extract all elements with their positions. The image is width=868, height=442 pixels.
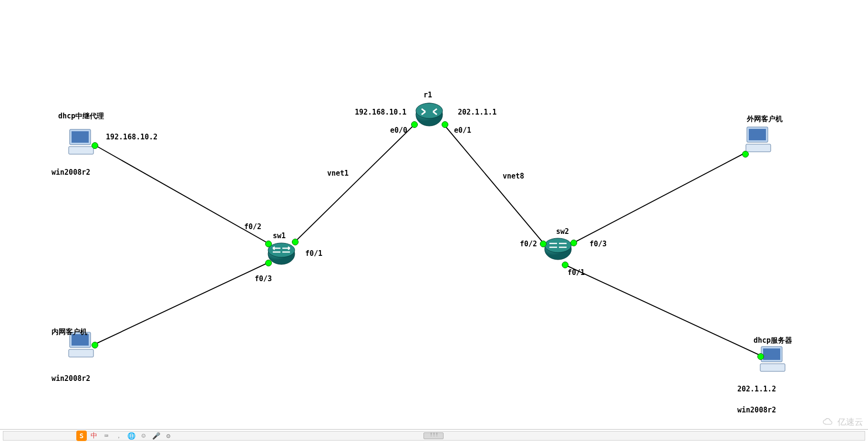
globe-icon[interactable]: 🌐: [126, 431, 136, 441]
svg-rect-23: [760, 364, 785, 371]
cloud-icon: [821, 418, 835, 426]
ime-icon[interactable]: S: [76, 431, 87, 441]
label-sw2-name: sw2: [556, 227, 569, 236]
scroll-marker: !!!: [430, 432, 438, 437]
mic-icon[interactable]: 🎤: [151, 431, 161, 441]
label-r1-ip-right: 202.1.1.1: [458, 108, 496, 116]
port-dot: [562, 262, 568, 268]
port-dot: [570, 240, 577, 246]
label-pc-br-ip: 202.1.1.2: [737, 385, 776, 393]
port-dot: [442, 121, 448, 128]
switch-sw2[interactable]: [544, 234, 572, 263]
watermark-text: 亿速云: [837, 416, 863, 428]
svg-point-9: [268, 243, 295, 257]
label-sw1-name: sw1: [273, 232, 286, 240]
punct-icon[interactable]: ，: [114, 431, 124, 441]
svg-point-7: [416, 103, 443, 118]
router-r1[interactable]: [415, 100, 444, 129]
svg-rect-13: [72, 131, 89, 143]
label-pc-tl-title: dhcp中继代理: [58, 112, 104, 121]
keyboard-icon[interactable]: ⌨: [101, 431, 112, 441]
port-dot: [92, 142, 98, 149]
port-dot: [742, 151, 749, 158]
port-dot: [265, 241, 272, 247]
label-pc-tl-os: win2008r2: [52, 168, 90, 177]
taskbar-tray-fragment: S 中 ⌨ ， 🌐 ☺ 🎤 ⚙: [76, 430, 174, 442]
label-pc-bl-os: win2008r2: [52, 374, 90, 383]
svg-line-1: [94, 263, 269, 345]
label-r1-name: r1: [424, 91, 432, 99]
svg-point-11: [545, 238, 571, 253]
svg-line-0: [94, 145, 269, 243]
svg-rect-19: [749, 129, 766, 140]
label-sw1-f03: f0/3: [255, 274, 272, 283]
label-link-vnet1: vnet1: [327, 169, 349, 178]
pc-icon: [744, 124, 775, 155]
label-sw2-f02: f0/2: [520, 240, 537, 248]
svg-line-4: [572, 153, 745, 243]
port-dot: [265, 260, 272, 266]
port-dot: [92, 342, 98, 348]
label-pc-bl-title: 内网客户机: [52, 327, 87, 337]
svg-rect-22: [763, 348, 780, 360]
label-sw1-f01: f0/1: [305, 249, 322, 258]
svg-rect-17: [69, 349, 93, 357]
svg-line-3: [444, 124, 544, 243]
pc-external-client[interactable]: [744, 124, 775, 155]
svg-rect-14: [69, 147, 93, 154]
watermark: 亿速云: [821, 416, 863, 428]
label-r1-port-right: e0/1: [454, 126, 471, 135]
port-dot: [540, 241, 547, 247]
svg-line-2: [293, 124, 415, 243]
diagram-canvas[interactable]: r1 192.168.10.1 202.1.1.1 e0/0 e0/1 vnet…: [0, 0, 868, 442]
label-r1-ip-left: 192.168.10.1: [355, 108, 406, 116]
label-sw2-f01: f0/1: [568, 268, 585, 277]
label-sw1-f02: f0/2: [244, 222, 261, 231]
port-dot: [292, 239, 299, 245]
label-pc-br-os: win2008r2: [737, 406, 776, 414]
settings-icon[interactable]: ⚙: [163, 431, 174, 441]
svg-line-5: [565, 265, 761, 356]
svg-rect-20: [746, 144, 771, 152]
label-pc-br-title: dhcp服务器: [754, 336, 792, 345]
label-pc-tr-title: 外网客户机: [747, 115, 783, 124]
label-r1-port-left: e0/0: [390, 126, 407, 135]
router-icon: [415, 100, 444, 129]
emoji-icon[interactable]: ☺: [138, 431, 149, 441]
pc-dhcp-relay[interactable]: [67, 126, 97, 157]
switch-icon: [544, 234, 572, 263]
label-sw2-f03: f0/3: [589, 240, 607, 248]
port-dot: [411, 121, 418, 128]
port-dot: [757, 353, 764, 360]
ime-cn-icon[interactable]: 中: [89, 431, 99, 441]
label-link-vnet8: vnet8: [503, 172, 524, 180]
label-pc-tl-ip: 192.168.10.2: [106, 133, 157, 141]
pc-icon: [67, 126, 97, 157]
topology-lines: [0, 0, 868, 442]
